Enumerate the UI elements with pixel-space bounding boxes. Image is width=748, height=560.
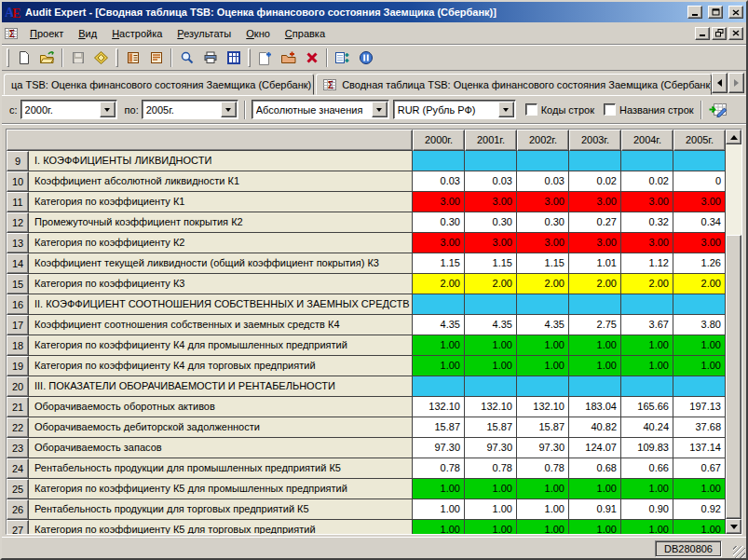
row-codes-checkbox[interactable] [525,103,537,116]
value-cell[interactable]: 2.75 [569,315,621,335]
value-cell[interactable]: 1.00 [465,499,517,520]
pause-chart-icon[interactable] [354,47,377,69]
add-document-icon[interactable] [253,47,277,69]
value-cell[interactable]: 1.00 [517,356,569,376]
value-cell[interactable]: 2.00 [517,274,569,294]
row-label[interactable]: Коэффициент соотношения собственных и за… [29,315,413,335]
value-cell[interactable]: 0.67 [673,458,726,479]
value-cell[interactable]: 3.00 [673,233,726,253]
value-cell[interactable]: 1.00 [413,335,465,356]
row-label[interactable]: Оборачиваемость запасов [29,438,413,458]
value-cell[interactable]: 132.10 [465,397,517,417]
scroll-down-icon[interactable] [726,519,741,534]
new-document-icon[interactable] [12,47,35,69]
value-cell[interactable]: 0.92 [673,499,726,520]
chevron-down-icon[interactable] [498,102,514,117]
row-number[interactable]: 24 [7,458,29,479]
menu-item-3[interactable]: Результаты [170,25,238,42]
value-cell[interactable]: 3.00 [517,192,569,212]
print-icon[interactable] [198,47,222,69]
value-cell[interactable]: 1.01 [569,253,621,274]
value-cell[interactable]: 1.00 [413,520,465,534]
value-cell[interactable]: 1.00 [413,356,465,376]
value-cell[interactable]: 183.04 [569,397,621,417]
table-grid-icon[interactable] [222,47,245,69]
value-cell[interactable]: 1.15 [465,253,517,274]
value-cell[interactable]: 1.15 [517,253,569,274]
value-cell[interactable]: 3.00 [673,192,726,212]
document-sigma-icon[interactable]: Σ [5,27,19,40]
value-cell[interactable]: 1.00 [517,499,569,520]
value-cell[interactable]: 1.00 [621,335,673,356]
value-cell[interactable]: 97.30 [413,438,465,458]
row-number[interactable]: 23 [7,438,29,458]
value-cell[interactable]: 0.30 [413,212,465,233]
value-cell[interactable]: 4.35 [413,315,465,335]
row-number[interactable]: 15 [7,274,29,294]
row-number[interactable]: 10 [7,171,29,192]
currency-select[interactable]: RUR (Рубль РФ) [393,100,516,119]
row-number[interactable]: 22 [7,417,29,438]
edit-table-icon[interactable] [709,102,728,117]
value-cell[interactable]: 1.00 [569,356,621,376]
chevron-down-icon[interactable] [372,102,388,117]
value-cell[interactable]: 109.83 [621,438,673,458]
value-cell[interactable]: 0.78 [465,458,517,479]
toolbar-grip[interactable] [248,48,251,67]
value-cell[interactable]: 1.00 [413,499,465,520]
column-header-2005г.[interactable]: 2005г. [673,130,726,151]
maximize-button[interactable] [708,6,723,19]
value-cell[interactable]: 3.00 [413,233,465,253]
value-cell[interactable]: 1.00 [465,520,517,534]
row-label[interactable]: I. КОЭФФИЦИЕНТЫ ЛИКВИДНОСТИ [29,151,413,171]
value-cell[interactable]: 1.00 [465,479,517,499]
from-year-select[interactable]: 2000г. [20,100,117,119]
value-cell[interactable]: 1.12 [621,253,673,274]
row-label[interactable]: Коэффициент абсолютной ликвидности К1 [29,171,413,192]
value-cell[interactable]: 15.87 [517,417,569,438]
value-cell[interactable]: 1.00 [621,479,673,499]
value-cell[interactable]: 0.34 [673,212,726,233]
row-label[interactable]: Коэффициент текущей ликвидности (общий к… [29,253,413,274]
value-cell[interactable]: 165.66 [621,397,673,417]
value-cell[interactable]: 0.78 [517,458,569,479]
close-button[interactable] [728,6,743,19]
value-cell[interactable] [673,294,726,315]
value-cell[interactable]: 1.26 [673,253,726,274]
value-cell[interactable]: 0.78 [413,458,465,479]
value-cell[interactable]: 3.00 [621,233,673,253]
mdi-restore-button[interactable] [712,27,727,40]
report-list-icon[interactable] [121,47,144,69]
value-cell[interactable]: 0.02 [621,171,673,192]
row-number[interactable]: 26 [7,499,29,520]
add-folder-icon[interactable] [277,47,300,69]
value-cell[interactable]: 0.03 [413,171,465,192]
value-cell[interactable]: 0.02 [569,171,621,192]
value-cell[interactable]: 0.68 [569,458,621,479]
value-cell[interactable]: 3.00 [569,233,621,253]
value-cell[interactable] [413,376,465,397]
value-cell[interactable]: 37.68 [673,417,726,438]
value-cell[interactable]: 1.00 [673,479,726,499]
value-cell[interactable]: 3.00 [465,192,517,212]
value-cell[interactable] [621,294,673,315]
value-cell[interactable] [465,294,517,315]
value-cell[interactable] [413,151,465,171]
value-cell[interactable]: 0.66 [621,458,673,479]
value-cell[interactable]: 1.00 [465,356,517,376]
row-number[interactable]: 20 [7,376,29,397]
value-cell[interactable] [673,376,726,397]
value-cell[interactable]: 0 [673,171,726,192]
value-cell[interactable]: 40.82 [569,417,621,438]
row-number[interactable]: 21 [7,397,29,417]
delete-icon[interactable] [300,47,323,69]
value-cell[interactable]: 132.10 [517,397,569,417]
row-label[interactable]: III. ПОКАЗАТЕЛИ ОБОРАЧИВАЕМОСТИ И РЕНТАБ… [29,376,413,397]
chevron-down-icon[interactable] [221,102,237,117]
scroll-up-icon[interactable] [726,130,741,144]
column-header-2001г.[interactable]: 2001г. [465,130,517,151]
row-number[interactable]: 9 [7,151,29,171]
row-label[interactable]: Оборачиваемость оборотных активов [29,397,413,417]
value-cell[interactable]: 1.00 [673,335,726,356]
row-number[interactable]: 12 [7,212,29,233]
